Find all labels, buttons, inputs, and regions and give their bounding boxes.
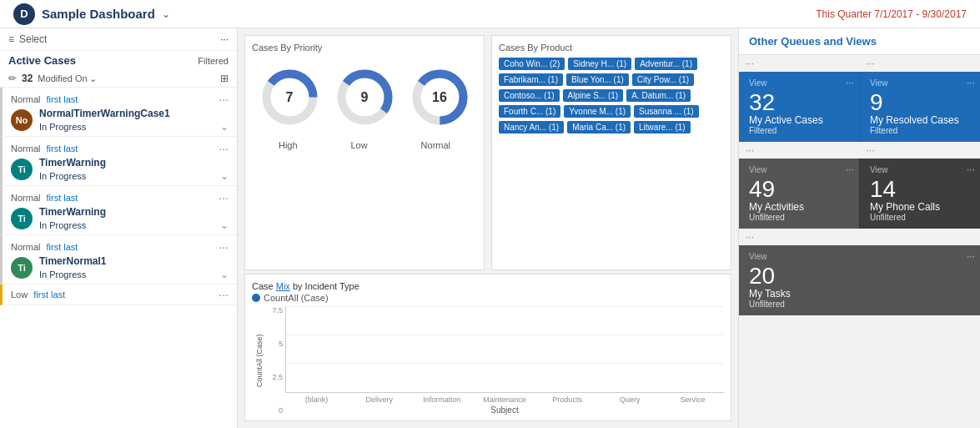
queues-title-plain: Other Queues and	[749, 35, 846, 48]
queue-more-icon[interactable]: ···	[846, 77, 854, 88]
queue-ellipsis-row-2: ··· ···	[739, 142, 980, 159]
chevron-down-icon[interactable]: ⌄	[162, 8, 170, 20]
case-expand-icon[interactable]: ⌄	[220, 269, 229, 280]
case-name[interactable]: TimerNormal1	[39, 255, 229, 267]
case-priority-row: Normal first last ···	[11, 240, 229, 254]
queue-more-icon[interactable]: ···	[967, 164, 975, 175]
case-expand-icon[interactable]: ⌄	[220, 121, 229, 133]
top-charts-row: Cases By Priority 7	[238, 28, 738, 274]
queue-more-icon[interactable]: ···	[967, 250, 975, 262]
product-tag[interactable]: Nancy An... (1)	[499, 121, 564, 133]
queue-view-label[interactable]: View	[870, 78, 970, 88]
case-name[interactable]: TimerWarning	[39, 157, 229, 169]
product-tag[interactable]: Coho Win... (2)	[499, 58, 565, 70]
queue-view-label[interactable]: View	[749, 252, 970, 261]
case-name[interactable]: NormalTimerWarningCase1	[39, 108, 229, 119]
y-axis-area: CountAll (Case) 7.5 5 2.5 0	[252, 306, 285, 415]
bar-chart: Case Mix by Incident Type CountAll (Case…	[244, 274, 731, 421]
queue-filter-tasks: Unfiltered	[749, 300, 970, 309]
queue-view-label[interactable]: View	[749, 78, 849, 88]
x-label: Delivery	[348, 395, 410, 404]
product-tag[interactable]: Alpine S... (1)	[563, 89, 624, 102]
case-item: Normal first last ··· Ti TimerWarning In…	[0, 137, 237, 186]
charts-container: Cases By Priority 7	[238, 28, 738, 428]
case-ellipsis[interactable]: ···	[219, 191, 229, 204]
product-tag[interactable]: Susanna ... (1)	[634, 105, 699, 118]
y-label: 5	[279, 340, 283, 348]
case-links-low[interactable]: first last	[33, 290, 65, 300]
sidebar-title-row: Active Cases Filtered	[0, 51, 237, 70]
queue-name-resolved: My Resolved Cases	[870, 114, 970, 126]
queues-title: Other Queues and Views	[749, 35, 877, 48]
product-tag[interactable]: Fourth C... (1)	[499, 105, 560, 118]
queue-view-label[interactable]: View	[870, 165, 970, 174]
case-status: In Progress	[39, 122, 86, 132]
sort-icon[interactable]: ⌄	[89, 73, 97, 84]
product-tag[interactable]: Litware... (1)	[634, 121, 691, 133]
product-tag[interactable]: Fabrikam... (1)	[499, 73, 563, 86]
queue-filter-activities: Unfiltered	[749, 213, 849, 222]
case-expand-icon[interactable]: ⌄	[220, 170, 229, 182]
queue-view-label[interactable]: View	[749, 165, 849, 174]
dashboard-title: Sample Dashboard	[42, 7, 155, 21]
priority-chart-title: Cases By Priority	[252, 43, 477, 53]
product-tag[interactable]: Yvonne M... (1)	[564, 105, 631, 118]
product-tag[interactable]: Adventur... (1)	[635, 58, 697, 70]
case-name[interactable]: TimerWarning	[39, 206, 229, 218]
bar-chart-link[interactable]: Mix	[276, 281, 290, 291]
queue-row-3: View 20 My Tasks Unfiltered ···	[739, 245, 980, 315]
product-tag[interactable]: Contoso... (1)	[499, 89, 560, 102]
grid-lines-icon: ≡	[8, 33, 14, 45]
filter-icon: ✏	[8, 73, 17, 84]
case-info: TimerWarning In Progress ⌄	[39, 157, 229, 182]
donut-normal-value: 16	[432, 90, 447, 105]
donut-low-value: 9	[361, 90, 369, 105]
queue-ellipsis-row-3: ···	[739, 229, 980, 245]
legend-row: CountAll (Case)	[252, 293, 724, 303]
y-axis-title: CountAll (Case)	[252, 306, 267, 415]
product-tag[interactable]: A. Datum... (1)	[626, 89, 691, 102]
queue-more-icon[interactable]: ···	[846, 164, 854, 175]
queue-ellipsis-left[interactable]: ···	[739, 229, 980, 245]
queues-title-link[interactable]: Views	[846, 35, 877, 48]
case-priority-normal: Normal first last	[11, 193, 81, 203]
case-status-row: In Progress ⌄	[39, 219, 229, 231]
queue-ellipsis-right[interactable]: ···	[860, 142, 981, 159]
select-label[interactable]: Select	[19, 33, 47, 45]
case-ellipsis[interactable]: ···	[219, 93, 229, 106]
queue-ellipsis-left[interactable]: ···	[739, 55, 860, 72]
queue-name-activities: My Activities	[749, 201, 849, 213]
queues-header: Other Queues and Views	[739, 28, 980, 55]
toolbar-ellipsis[interactable]: ···	[220, 33, 229, 45]
case-links[interactable]: first last	[47, 144, 78, 154]
case-links[interactable]: first last	[47, 193, 78, 203]
x-label: Products	[536, 395, 599, 404]
case-ellipsis[interactable]: ···	[219, 142, 229, 155]
queue-number-active: 32	[749, 91, 849, 114]
case-ellipsis[interactable]: ···	[219, 240, 229, 254]
donut-label-high: High	[279, 140, 298, 150]
case-links[interactable]: first last	[47, 242, 78, 252]
x-label: Query	[599, 395, 661, 404]
queue-ellipsis-left[interactable]: ···	[739, 142, 860, 159]
queue-ellipsis-right[interactable]: ···	[860, 55, 981, 72]
product-tag[interactable]: City Pow... (1)	[632, 73, 694, 86]
product-tags: Coho Win... (2)Sidney H... (1)Adventur..…	[499, 58, 724, 133]
product-tag[interactable]: Blue Yon... (1)	[566, 73, 629, 86]
case-item: Normal first last ··· Ti TimerNormal1 In…	[0, 235, 237, 284]
case-ellipsis[interactable]: ···	[219, 288, 229, 301]
x-axis-title: Subject	[285, 405, 724, 415]
view-toggle-icon[interactable]: ⊞	[220, 73, 229, 84]
case-item-low: Low first last ···	[0, 284, 237, 305]
case-links[interactable]: first last	[47, 94, 78, 104]
case-priority-row: Normal first last ···	[11, 142, 229, 155]
sidebar-filter-row: ✏ 32 Modified On ⌄ ⊞	[0, 70, 237, 88]
queue-card-resolved-cases: View 9 My Resolved Cases Filtered ···	[859, 72, 980, 142]
queue-more-icon[interactable]: ···	[967, 77, 975, 88]
product-tag[interactable]: Sidney H... (1)	[568, 58, 631, 70]
product-tag[interactable]: Maria Ca... (1)	[567, 121, 631, 133]
queue-name-tasks: My Tasks	[749, 288, 970, 300]
bar-chart-title: Case Mix by Incident Type	[252, 281, 724, 291]
case-status-row: In Progress ⌄	[39, 170, 229, 182]
case-expand-icon[interactable]: ⌄	[220, 219, 229, 231]
